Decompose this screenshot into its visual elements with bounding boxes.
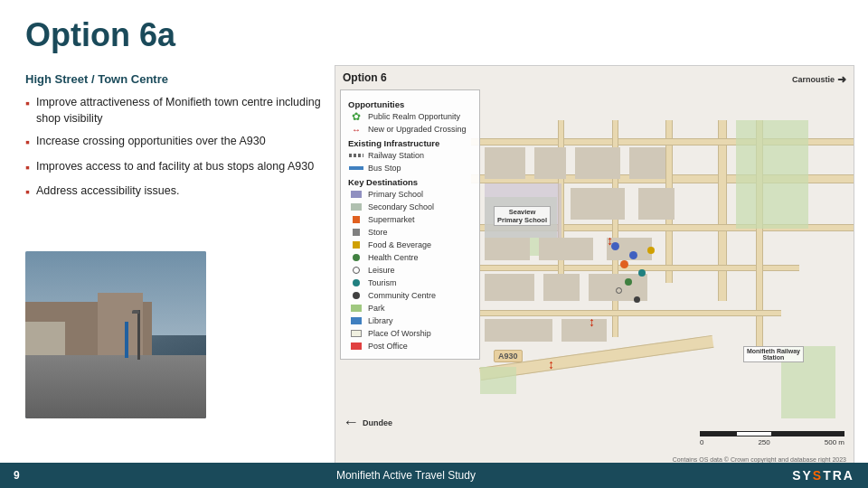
legend-worship: Place Of Worship (348, 328, 472, 339)
seaview-school-label: SeaviewPrimary School (494, 206, 551, 226)
legend-opportunities-header: Opportunities (348, 99, 472, 109)
legend-leisure: Leisure (348, 265, 472, 276)
dest-dot-8 (634, 296, 640, 303)
legend-community: Community Centre (348, 290, 472, 301)
legend-secondary-school: Secondary School (348, 202, 472, 212)
section-heading: High Street / Town Centre (25, 72, 333, 86)
legend-park: Park (348, 303, 472, 314)
footer-page-number: 9 (14, 469, 20, 482)
legend-destinations-header: Key Destinations (348, 177, 472, 187)
left-content: High Street / Town Centre Improve attrac… (25, 72, 333, 209)
map-copyright: Contains OS data © Crown copyright and d… (673, 456, 846, 463)
legend-food-bev: Food & Beverage (348, 239, 472, 250)
dest-dot-2 (629, 251, 637, 259)
dest-dot-6 (625, 278, 632, 286)
legend-tourism: Tourism (348, 277, 472, 288)
bullet-list: Improve attractiveness of Monifieth town… (25, 95, 333, 202)
legend-supermarket: Supermarket (348, 214, 472, 225)
bullet-item-1: Improve attractiveness of Monifieth town… (25, 95, 333, 127)
legend-post-office: Post Office (348, 341, 472, 352)
bullet-item-4: Address accessibility issues. (25, 183, 333, 202)
dundee-direction: ← Dundee (343, 413, 392, 432)
crossing-marker-3: ↕ (548, 357, 554, 371)
legend-primary-school: Primary School (348, 189, 472, 200)
legend-bus-stop: Bus Stop (348, 163, 472, 174)
dest-dot-4 (647, 247, 655, 254)
station-label: Monifieth RailwayStation (743, 346, 804, 362)
crossing-marker-1: ↕ (607, 233, 613, 248)
a930-label: A930 (494, 350, 523, 362)
carnoustie-label: Carnoustie ➜ (792, 73, 846, 86)
bullet-item-2: Increase crossing opportunities over the… (25, 134, 333, 152)
legend-health: Health Centre (348, 252, 472, 263)
legend-library: Library (348, 315, 472, 326)
dest-dot-5 (638, 269, 646, 277)
page-title: Option 6a (25, 16, 175, 54)
map-container: Option 6 Carnoustie ➜ Opportunities ✿ Pu… (335, 65, 854, 467)
map-legend: Opportunities ✿ Public Realm Opportunity… (340, 89, 480, 360)
footer-logo: SYSTRA (792, 468, 854, 483)
street-photo (25, 251, 206, 418)
scale-bar: 0 250 500 m (700, 431, 844, 446)
legend-railway: Railway Station (348, 150, 472, 161)
dest-dot-7 (616, 287, 622, 294)
legend-new-crossing: ↔ New or Upgraded Crossing (348, 124, 472, 135)
slide: Option 6a High Street / Town Centre Impr… (0, 0, 868, 488)
map-title: Option 6 (343, 71, 387, 84)
dest-dot-3 (620, 260, 628, 268)
legend-store: Store (348, 227, 472, 238)
footer-title: Monifieth Active Travel Study (336, 469, 476, 482)
legend-existing-header: Existing Infrastructure (348, 138, 472, 148)
legend-public-realm: ✿ Public Realm Opportunity (348, 111, 472, 122)
footer: 9 Monifieth Active Travel Study SYSTRA (0, 463, 868, 488)
bullet-item-3: Improves access to and facility at bus s… (25, 159, 333, 177)
crossing-marker-2: ↕ (589, 314, 595, 329)
